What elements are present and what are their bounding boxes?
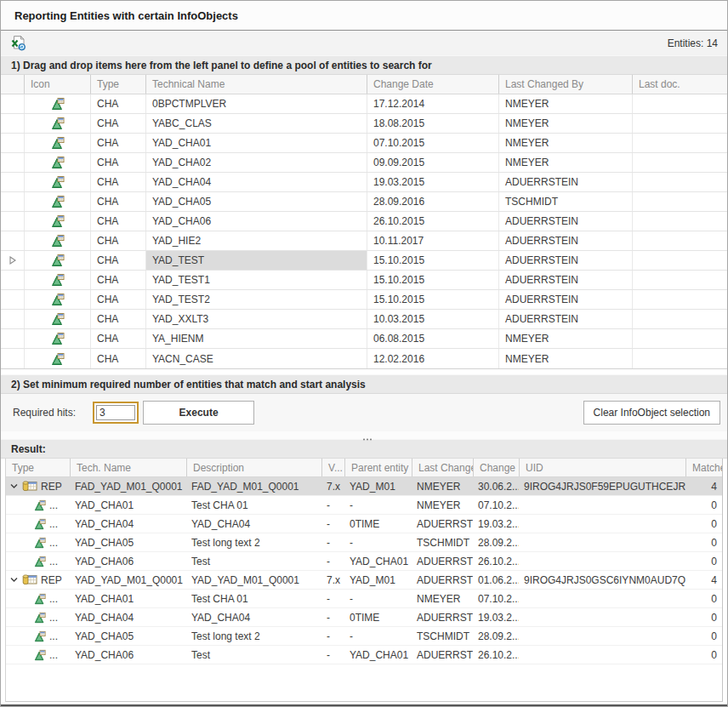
infoobject-row[interactable]: CHAYAD_TEST215.10.2015ADUERRSTEIN (1, 290, 727, 310)
last-changed-by-cell: ADUERRSTEIN (498, 271, 632, 289)
type-cell: ... (6, 627, 70, 645)
last-doc-cell (632, 173, 727, 191)
technical-name-cell[interactable]: YAD_CHA06 (145, 212, 367, 231)
matches-cell: 0 (685, 515, 722, 533)
column-header[interactable]: UID (519, 459, 685, 476)
column-header[interactable]: Type (90, 75, 145, 94)
result-table: TypeTech. NameDescriptionV...Parent enti… (5, 459, 723, 702)
result-row[interactable]: ...YAD_CHA01Test CHA 01--NMEYER07.10.2..… (6, 590, 722, 608)
type-cell: CHA (90, 134, 145, 152)
infoobject-row[interactable]: CHAYAD_CHA0107.10.2015NMEYER (1, 134, 727, 153)
clear-infoobject-selection-button[interactable]: Clear InfoObject selection (583, 401, 720, 425)
infoobject-row[interactable]: CHA0BPCTMPLVER17.12.2014NMEYER (1, 94, 727, 114)
infoobject-row[interactable]: CHAYACN_CASE12.02.2016NMEYER (1, 349, 727, 368)
infoobject-row[interactable]: CHAYAD_TEST115.10.2015ADUERRSTEIN (1, 271, 727, 290)
change-date-cell: 26.10.2... (473, 646, 519, 664)
column-header[interactable]: Last Changed By (498, 75, 632, 94)
result-row[interactable]: ...YAD_CHA05Test long text 2--TSCHMIDT28… (6, 533, 722, 552)
technical-name-cell[interactable]: YAD_CHA01 (145, 134, 367, 152)
column-header[interactable]: Technical Name (145, 75, 367, 94)
column-header[interactable]: Icon (24, 75, 90, 94)
execute-button[interactable]: Execute (143, 401, 254, 425)
result-row[interactable]: ...YAD_CHA01Test CHA 01--NMEYER07.10.2..… (6, 496, 722, 515)
infoobject-row[interactable]: CHAYAD_CHA0528.09.2016TSCHMIDT (1, 192, 727, 212)
result-row[interactable]: REPYAD_YAD_M01_Q0001YAD_YAD_M01_Q00017.x… (6, 571, 722, 590)
splitter-grip-icon[interactable] (361, 432, 373, 444)
excel-export-icon[interactable] (9, 34, 27, 53)
tech-name-cell: FAD_YAD_M01_Q0001 (70, 477, 186, 495)
change-date-cell: 26.10.2... (473, 552, 519, 570)
required-hits-input[interactable] (96, 405, 135, 420)
type-cell: ... (6, 590, 70, 607)
technical-name-cell[interactable]: YABC_CLAS (145, 114, 367, 133)
icon-cell (24, 310, 90, 328)
technical-name-cell[interactable]: YACN_CASE (145, 349, 367, 368)
technical-name-cell[interactable]: YAD_CHA02 (145, 153, 367, 172)
result-row[interactable]: ...YAD_CHA06Test-YAD_CHA01ADUERRSTE...26… (6, 646, 722, 664)
technical-name-cell[interactable]: YAD_HIE2 (145, 231, 367, 250)
result-row[interactable]: ...YAD_CHA04YAD_CHA04-0TIMEADUERRSTE...1… (6, 608, 722, 627)
last-doc-cell (632, 231, 727, 250)
technical-name-cell[interactable]: YAD_CHA04 (145, 173, 367, 191)
type-cell: ... (6, 533, 70, 551)
cha-infoobject-icon (34, 518, 46, 530)
required-hits-field-frame (93, 402, 139, 424)
last-changed-by-cell: NMEYER (412, 477, 473, 495)
technical-name-cell[interactable]: YAD_TEST1 (145, 271, 367, 289)
uid-cell (519, 515, 685, 533)
infoobject-row[interactable]: CHAYAD_CHA0626.10.2015ADUERRSTEIN (1, 212, 727, 231)
cha-infoobject-icon (51, 254, 65, 267)
matches-cell: 4 (685, 571, 722, 589)
cha-infoobject-icon (34, 612, 46, 624)
infoobject-row[interactable]: CHAYAD_CHA0419.03.2015ADUERRSTEIN (1, 173, 727, 192)
column-header[interactable]: Change Date (367, 75, 498, 94)
row-gutter (1, 134, 24, 152)
column-header[interactable]: Change ... (473, 459, 519, 476)
result-row[interactable]: ...YAD_CHA04YAD_CHA04-0TIMEADUERRSTE...1… (6, 515, 722, 533)
icon-cell (24, 192, 90, 211)
column-header[interactable]: V... (321, 459, 344, 476)
column-header[interactable]: Matches (685, 459, 722, 476)
infoobject-row[interactable]: CHAYAD_TEST15.10.2015ADUERRSTEIN (1, 251, 727, 271)
column-header[interactable]: Description (186, 459, 321, 476)
type-cell: REP (6, 571, 70, 589)
change-date-cell: 06.08.2015 (367, 329, 498, 348)
chevron-down-icon[interactable] (9, 482, 19, 491)
row-gutter (1, 271, 24, 289)
cha-infoobject-icon (34, 630, 46, 642)
infoobject-row[interactable]: CHAYA_HIENM06.08.2015NMEYER (1, 329, 727, 349)
result-row[interactable]: ...YAD_CHA06Test-YAD_CHA01ADUERRSTE...26… (6, 552, 722, 571)
last-doc-cell (632, 114, 727, 133)
infoobject-row[interactable]: CHAYAD_CHA0209.09.2015NMEYER (1, 153, 727, 173)
technical-name-cell[interactable]: YAD_XXLT3 (145, 310, 367, 328)
column-header[interactable]: Last doc. (632, 75, 727, 94)
row-gutter (1, 290, 24, 309)
analysis-controls: Required hits: Execute Clear InfoObject … (1, 394, 727, 431)
technical-name-cell[interactable]: YAD_CHA05 (145, 192, 367, 211)
infoobject-row[interactable]: CHAYAD_HIE210.11.2017ADUERRSTEIN (1, 231, 727, 251)
column-header[interactable]: Tech. Name (70, 459, 186, 476)
result-row[interactable]: REPFAD_YAD_M01_Q0001FAD_YAD_M01_Q00017.x… (6, 477, 722, 496)
version-cell: - (321, 496, 344, 514)
technical-name-cell[interactable]: YAD_TEST2 (145, 290, 367, 309)
infoobject-row[interactable]: CHAYABC_CLAS18.08.2015NMEYER (1, 114, 727, 134)
uid-cell (519, 608, 685, 626)
change-date-cell: 19.03.2... (473, 608, 519, 626)
last-doc-cell (632, 94, 727, 113)
last-changed-by-cell: ADUERRSTEIN (498, 173, 632, 191)
technical-name-cell[interactable]: YAD_TEST (145, 251, 367, 270)
version-cell: 7.x (321, 477, 344, 495)
change-date-cell: 26.10.2015 (367, 212, 498, 231)
change-date-cell: 18.08.2015 (367, 114, 498, 133)
result-row[interactable]: ...YAD_CHA05Test long text 2--TSCHMIDT28… (6, 627, 722, 646)
technical-name-cell[interactable]: YA_HIENM (145, 329, 367, 348)
uid-cell (519, 627, 685, 645)
technical-name-cell[interactable]: 0BPCTMPLVER (145, 94, 367, 113)
chevron-down-icon[interactable] (9, 575, 19, 584)
column-header[interactable]: Last Change... (412, 459, 473, 476)
column-header[interactable]: Type (6, 459, 70, 476)
type-cell: REP (6, 477, 70, 495)
icon-cell (24, 251, 90, 270)
column-header[interactable]: Parent entity (344, 459, 412, 476)
infoobject-row[interactable]: CHAYAD_XXLT310.03.2015ADUERRSTEIN (1, 310, 727, 329)
